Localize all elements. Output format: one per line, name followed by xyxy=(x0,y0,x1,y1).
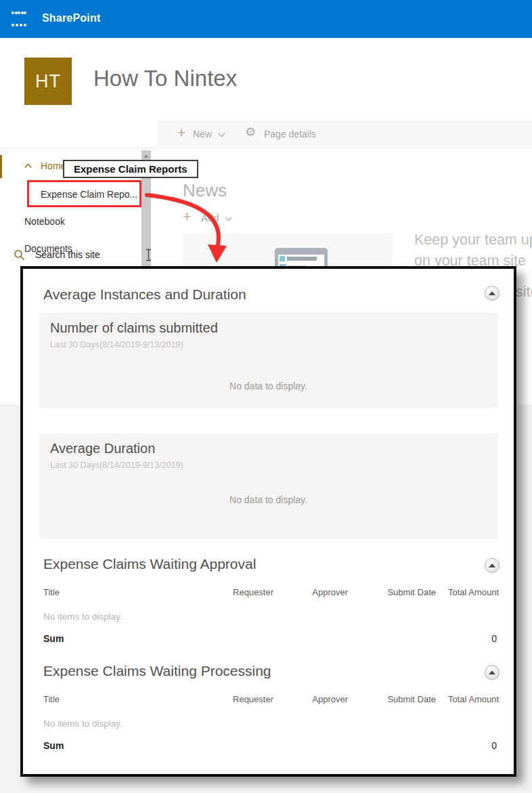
section-title-waiting-processing: Expense Claims Waiting Processing xyxy=(43,663,271,679)
triangle-up-icon xyxy=(489,291,495,295)
site-logo[interactable]: HT xyxy=(24,58,72,105)
sidebar-item-home[interactable]: Home xyxy=(41,160,66,171)
annotation-tooltip: Expense Claim Reports xyxy=(63,160,198,178)
chart-title: Number of claims submitted xyxy=(50,320,218,336)
chart-subtitle: Last 30 Days(8/14/2019-9/13/2019) xyxy=(50,340,183,349)
col-approver: Approver xyxy=(280,587,348,597)
search-placeholder: Search this site xyxy=(35,249,100,260)
sum-value: 0 xyxy=(429,740,497,751)
sum-value: 0 xyxy=(429,633,497,644)
chart-subtitle: Last 30 Days(8/14/2019-9/13/2019) xyxy=(50,460,183,470)
news-promo-fragment: site xyxy=(516,284,532,301)
col-total-amount: Total Amount xyxy=(448,587,499,597)
chevron-up-icon[interactable] xyxy=(24,163,32,169)
new-button[interactable]: New xyxy=(193,129,212,140)
collapse-button[interactable] xyxy=(485,286,500,301)
gear-icon: ⚙ xyxy=(245,126,256,138)
search-input[interactable]: Search this site xyxy=(0,121,157,148)
chevron-down-icon xyxy=(218,133,225,137)
new-plus-icon: + xyxy=(177,125,185,141)
sum-label: Sum xyxy=(43,633,64,644)
col-requester: Requester xyxy=(192,694,273,704)
chart-average-duration: Average Duration Last 30 Days(8/14/2019-… xyxy=(39,433,497,539)
annotation-red-arrow xyxy=(139,180,234,268)
table-empty-text: No items to display. xyxy=(43,612,123,622)
col-title: Title xyxy=(43,587,60,597)
table-empty-text: No items to display. xyxy=(43,719,123,729)
section-title-average-instances: Average Instances and Duration xyxy=(43,286,246,303)
collapse-button[interactable] xyxy=(485,665,500,680)
section-title-waiting-approval: Expense Claims Waiting Approval xyxy=(43,556,256,572)
chart-empty-text: No data to display. xyxy=(39,381,497,391)
sum-label: Sum xyxy=(43,740,64,751)
page-details-button[interactable]: Page details xyxy=(264,129,316,140)
col-title: Title xyxy=(43,694,60,704)
annotation-red-rectangle xyxy=(27,180,141,207)
nav-selected-indicator xyxy=(0,155,2,178)
app-launcher-icon[interactable] xyxy=(12,12,26,26)
site-logo-initials: HT xyxy=(35,71,61,92)
chart-empty-text: No data to display. xyxy=(39,494,497,505)
col-approver: Approver xyxy=(280,694,348,704)
sidebar-item-notebook[interactable]: Notebook xyxy=(24,216,65,227)
scrollbar-up-arrow-icon[interactable] xyxy=(143,154,149,158)
chart-title: Average Duration xyxy=(50,441,155,456)
triangle-up-icon xyxy=(489,670,495,674)
col-submit-date: Submit Date xyxy=(355,694,436,704)
suite-bar: SharePoint xyxy=(0,0,532,38)
search-icon xyxy=(14,249,25,261)
collapse-button[interactable] xyxy=(485,558,500,573)
col-submit-date: Submit Date xyxy=(355,587,436,597)
command-bar: + New ⚙ Page details xyxy=(157,121,532,148)
col-requester: Requester xyxy=(192,587,273,597)
report-overlay-panel: Average Instances and Duration Number of… xyxy=(20,266,516,777)
triangle-up-icon xyxy=(489,563,495,567)
suite-app-name[interactable]: SharePoint xyxy=(42,12,100,24)
news-promo-line1: Keep your team updated xyxy=(414,232,532,249)
chart-claims-submitted: Number of claims submitted Last 30 Days(… xyxy=(39,313,497,408)
site-title: How To Nintex xyxy=(93,66,237,91)
col-total-amount: Total Amount xyxy=(448,694,499,704)
